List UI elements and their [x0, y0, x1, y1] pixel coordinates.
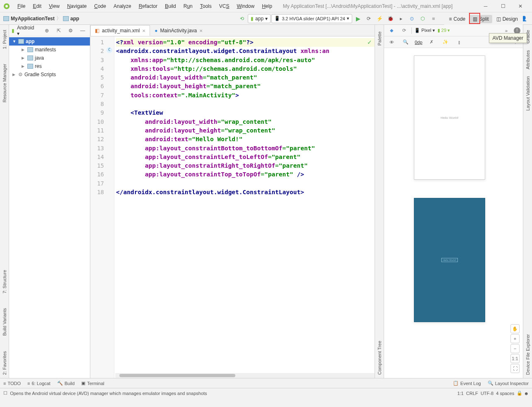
- tool-resource-manager[interactable]: Resource Manager: [2, 60, 7, 106]
- gutter-mark-icon[interactable]: C: [106, 47, 112, 53]
- orientation-button[interactable]: ⟳: [399, 26, 409, 36]
- blueprint-preview[interactable]: Hello World!: [414, 198, 485, 322]
- menu-analyze[interactable]: Analyze: [110, 2, 135, 11]
- breadcrumb-root[interactable]: MyApplicationTest: [11, 16, 55, 22]
- file-encoding[interactable]: UTF-8: [481, 391, 493, 396]
- menu-file[interactable]: File: [14, 2, 29, 11]
- infer-constraints-button[interactable]: ✨: [440, 37, 450, 47]
- tool-attributes[interactable]: Attributes: [525, 47, 530, 72]
- menu-window[interactable]: Window: [233, 2, 258, 11]
- tree-node-gradle-scripts[interactable]: ▶ ⚙ Gradle Scripts: [9, 70, 90, 79]
- tool-component-tree[interactable]: Component Tree: [377, 337, 382, 378]
- clear-constraints-button[interactable]: ✗: [426, 37, 436, 47]
- inspection-profile-icon[interactable]: ☻: [524, 391, 529, 396]
- device-type-selector[interactable]: 📱 Pixel ▾: [414, 28, 435, 33]
- sync-gradle-button[interactable]: ⟲: [237, 14, 247, 24]
- menu-tools[interactable]: Tools: [197, 2, 215, 11]
- tab-close-button[interactable]: ✕: [199, 29, 203, 33]
- menu-vcs[interactable]: VCS: [216, 2, 233, 11]
- menu-help[interactable]: Help: [259, 2, 276, 11]
- breadcrumb-module[interactable]: app: [70, 16, 79, 22]
- stop-button[interactable]: ■: [428, 14, 438, 24]
- zoom-reset-button[interactable]: 1:1: [510, 354, 520, 363]
- blueprint-textview[interactable]: Hello World!: [441, 258, 458, 262]
- collapse-all-button[interactable]: ⇱: [54, 26, 63, 36]
- design-canvas[interactable]: Hello World! Hello World! ✋ + − 1:1 ⛶: [384, 48, 523, 378]
- tool-todo[interactable]: ≡ TODO: [3, 381, 21, 386]
- inspection-ok-icon[interactable]: ✓: [367, 39, 372, 46]
- tab-close-button[interactable]: ✕: [142, 29, 145, 33]
- hide-button[interactable]: —: [78, 26, 87, 36]
- tool-structure[interactable]: 7: Structure: [2, 267, 7, 297]
- guidelines-button[interactable]: ⫿: [455, 37, 464, 47]
- code-content[interactable]: <?xml version="1.0" encoding="utf-8"?> <…: [114, 36, 375, 378]
- tree-node-res[interactable]: ▶ res: [9, 62, 90, 70]
- menu-build[interactable]: Build: [162, 2, 179, 11]
- attach-debugger-button[interactable]: ⬡: [418, 14, 428, 24]
- tree-node-app[interactable]: ▼ app: [9, 37, 90, 46]
- tool-layout-inspector[interactable]: 🔍 Layout Inspector: [488, 381, 529, 386]
- project-tree[interactable]: ▼ app ▶ manifests ▶ java ▶ res ▶ ⚙: [9, 36, 90, 79]
- preview-textview[interactable]: Hello World!: [440, 116, 458, 120]
- zoom-in-button[interactable]: +: [510, 334, 520, 343]
- tool-project[interactable]: 1: Project: [2, 26, 7, 52]
- horizontal-scrollbar[interactable]: [115, 373, 375, 378]
- apply-changes-restart-button[interactable]: ⟳: [364, 14, 374, 24]
- scrollbar-thumb[interactable]: [119, 374, 235, 377]
- design-preview[interactable]: Hello World!: [414, 55, 485, 180]
- api-selector[interactable]: ▮ 29 ▾: [438, 28, 450, 33]
- expand-icon[interactable]: ▶: [22, 56, 26, 60]
- view-options-button[interactable]: 👁: [387, 37, 397, 47]
- view-tab-split[interactable]: ▥ Split: [469, 15, 492, 23]
- menu-refactor[interactable]: Refactor: [135, 2, 161, 11]
- expand-icon[interactable]: ▼: [12, 39, 17, 43]
- debug-button[interactable]: 🐞: [385, 14, 395, 24]
- editor-body[interactable]: 1 2 C 3 4 5 6 7 8 9 10 11 12 13 14 15 16…: [90, 36, 375, 378]
- settings-button[interactable]: ⚙: [66, 26, 75, 36]
- expand-icon[interactable]: ▶: [12, 72, 17, 77]
- expand-icon[interactable]: ▶: [22, 64, 26, 68]
- pan-button[interactable]: ✋: [510, 324, 520, 333]
- expand-icon[interactable]: ▶: [22, 48, 26, 52]
- tool-build[interactable]: 🔨 Build: [57, 381, 75, 386]
- zoom-button[interactable]: 🔍: [401, 37, 411, 47]
- design-surface-button[interactable]: ◆: [387, 26, 397, 36]
- maximize-button[interactable]: ☐: [495, 0, 511, 12]
- run-config-selector[interactable]: ▮ app ▾: [248, 14, 271, 23]
- device-selector[interactable]: 📱 3.2 HVGA slider (ADP1) API 24 ▾: [271, 14, 352, 23]
- project-scope-selector[interactable]: Android ▾: [17, 25, 37, 36]
- caret-position[interactable]: 1:1: [457, 391, 464, 396]
- default-margin[interactable]: 0dp: [415, 40, 422, 45]
- menu-edit[interactable]: Edit: [29, 2, 45, 11]
- tab-main-activity[interactable]: ● MainActivity.java ✕: [150, 25, 207, 36]
- view-tab-design[interactable]: ◫ Design: [493, 15, 521, 23]
- zoom-out-button[interactable]: −: [510, 344, 520, 353]
- line-gutter[interactable]: 1 2 C 3 4 5 6 7 8 9 10 11 12 13 14 15 16…: [90, 36, 114, 378]
- menu-view[interactable]: View: [46, 2, 63, 11]
- tool-layout-validation[interactable]: Layout Validation: [525, 73, 530, 114]
- zoom-fit-button[interactable]: ⛶: [510, 364, 520, 373]
- tool-device-file-explorer[interactable]: Device File Explorer: [525, 331, 530, 378]
- apply-changes-button[interactable]: ⚡: [375, 14, 384, 24]
- tab-activity-main[interactable]: ◧ activity_main.xml ✕: [90, 25, 150, 36]
- lock-icon[interactable]: 🔒: [517, 390, 522, 396]
- menu-navigate[interactable]: Navigate: [64, 2, 90, 11]
- coverage-button[interactable]: ▸: [396, 14, 406, 24]
- tool-terminal[interactable]: ▣ Terminal: [81, 381, 104, 386]
- run-button[interactable]: ▶: [353, 14, 363, 24]
- tree-node-manifests[interactable]: ▶ manifests: [9, 46, 90, 54]
- breadcrumb[interactable]: MyApplicationTest 〉 app: [3, 15, 79, 22]
- profiler-button[interactable]: ⊙: [407, 14, 417, 24]
- select-opened-file-button[interactable]: ⊕: [42, 26, 51, 36]
- close-button[interactable]: ✕: [512, 0, 529, 12]
- tool-event-log[interactable]: 📋 Event Log: [453, 381, 481, 386]
- tool-logcat[interactable]: ≡ 6: Logcat: [27, 381, 51, 386]
- menu-run[interactable]: Run: [180, 2, 196, 11]
- view-tab-code[interactable]: ≡ Code: [446, 15, 469, 23]
- tool-favorites[interactable]: 2: Favorites: [2, 348, 7, 378]
- tree-node-java[interactable]: ▶ java: [9, 54, 90, 62]
- menu-code[interactable]: Code: [91, 2, 109, 11]
- indent-info[interactable]: 4 spaces: [496, 391, 514, 396]
- tool-build-variants[interactable]: Build Variants: [2, 305, 7, 339]
- minimize-button[interactable]: ─: [477, 0, 494, 12]
